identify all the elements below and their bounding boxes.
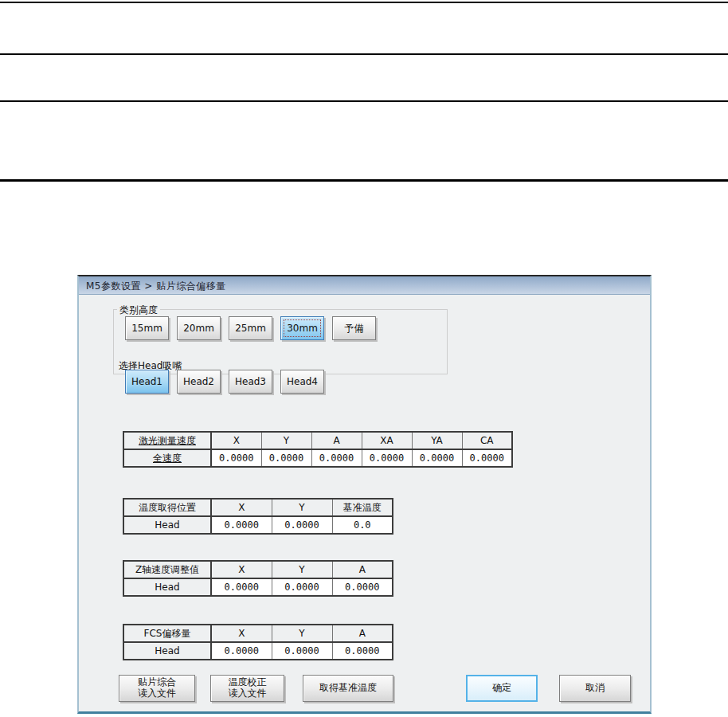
value-cell[interactable]: 0.0000: [332, 642, 393, 660]
column-header: 基准温度: [332, 499, 393, 516]
table-fcs-offset: FCS偏移量 X Y A Head 0.0000 0.0000 0.0000: [123, 624, 393, 660]
cancel-button[interactable]: 取消: [559, 675, 631, 702]
column-header: YA: [412, 432, 462, 449]
value-cell[interactable]: 0.0000: [272, 578, 332, 596]
column-header: X: [211, 432, 261, 449]
ok-button[interactable]: 确定: [466, 675, 538, 702]
value-cell[interactable]: 0.0000: [261, 449, 311, 467]
dialog-titlebar: M5参数设置 > 贴片综合偏移量: [79, 276, 650, 295]
column-header: Y: [272, 625, 332, 642]
value-cell[interactable]: 0.0000: [462, 449, 512, 467]
row-label-cell: Head: [123, 642, 211, 660]
column-header: XA: [362, 432, 412, 449]
dialog-title: M5参数设置 > 贴片综合偏移量: [86, 280, 226, 293]
table-zaxis-speed-adjust: Z轴速度调整值 X Y A Head 0.0000 0.0000 0.0000: [123, 560, 393, 597]
table-title-cell: Z轴速度调整值: [123, 561, 211, 578]
row-label-cell: Head: [123, 578, 211, 596]
column-header: Y: [261, 432, 311, 449]
table-header-row: FCS偏移量 X Y A: [123, 625, 393, 642]
table-header-row: 激光测量速度 X Y A XA YA CA: [123, 432, 512, 449]
value-cell[interactable]: 0.0000: [311, 449, 362, 467]
table-row: Head 0.0000 0.0000 0.0: [123, 516, 393, 534]
value-cell[interactable]: 0.0000: [211, 516, 272, 534]
table-header-row: Z轴速度调整值 X Y A: [123, 561, 393, 578]
table-title-cell: FCS偏移量: [123, 625, 211, 642]
value-cell[interactable]: 0.0000: [211, 578, 272, 596]
load-temp-correction-file-button[interactable]: 温度校正 读入文件: [210, 675, 284, 702]
head-button-4[interactable]: Head4: [280, 370, 324, 394]
table-laser-measure-speed: 激光测量速度 X Y A XA YA CA 全速度 0.0000 0.0000 …: [123, 431, 513, 468]
table-title-cell: 激光测量速度: [123, 432, 211, 449]
column-header: Y: [272, 561, 332, 578]
horizontal-rule: [0, 179, 728, 182]
table-title-cell: 温度取得位置: [123, 499, 211, 516]
value-cell[interactable]: 0.0000: [332, 578, 393, 596]
document-page: M5参数设置 > 贴片综合偏移量 类别高度 15mm 20mm 25mm 30m…: [0, 0, 728, 717]
load-placement-file-button[interactable]: 贴片综合 读入文件: [119, 675, 195, 702]
value-cell[interactable]: 0.0000: [272, 516, 332, 534]
table-temp-position: 温度取得位置 X Y 基准温度 Head 0.0000 0.0000 0.0: [123, 498, 393, 535]
horizontal-rule: [0, 53, 728, 55]
column-header: CA: [462, 432, 512, 449]
head-button-2[interactable]: Head2: [177, 370, 221, 394]
group-height-label: 类别高度: [117, 304, 160, 317]
head-button-3[interactable]: Head3: [229, 370, 272, 394]
value-cell[interactable]: 0.0000: [211, 449, 261, 467]
value-cell[interactable]: 0.0: [332, 516, 393, 534]
value-cell[interactable]: 0.0000: [362, 449, 412, 467]
height-button-15mm[interactable]: 15mm: [125, 316, 169, 340]
column-header: X: [211, 561, 272, 578]
column-header: X: [211, 625, 272, 642]
table-row: Head 0.0000 0.0000 0.0000: [123, 578, 393, 596]
row-label-cell: Head: [123, 516, 211, 534]
head-button-1-selected[interactable]: Head1: [125, 370, 169, 394]
height-button-spare[interactable]: 予備: [332, 316, 376, 340]
table-row: Head 0.0000 0.0000 0.0000: [123, 642, 393, 660]
table-header-row: 温度取得位置 X Y 基准温度: [123, 499, 393, 516]
row-label-cell: 全速度: [123, 449, 211, 467]
value-cell[interactable]: 0.0000: [412, 449, 462, 467]
get-base-temperature-button[interactable]: 取得基准温度: [303, 675, 393, 702]
height-button-30mm-selected[interactable]: 30mm: [280, 316, 324, 340]
height-button-20mm[interactable]: 20mm: [177, 316, 221, 340]
column-header: A: [332, 625, 393, 642]
dialog-body: 类别高度 15mm 20mm 25mm 30mm 予備 选择Head吸嘴 Hea…: [79, 295, 650, 711]
table-row: 全速度 0.0000 0.0000 0.0000 0.0000 0.0000 0…: [123, 449, 512, 467]
column-header: X: [211, 499, 272, 516]
height-button-25mm[interactable]: 25mm: [229, 316, 272, 340]
column-header: A: [332, 561, 393, 578]
dialog-m5-parameter-settings: M5参数设置 > 贴片综合偏移量 类别高度 15mm 20mm 25mm 30m…: [77, 275, 652, 714]
value-cell[interactable]: 0.0000: [272, 642, 332, 660]
horizontal-rule: [0, 100, 728, 102]
horizontal-rule: [0, 2, 728, 3]
column-header: A: [311, 432, 362, 449]
column-header: Y: [272, 499, 332, 516]
value-cell[interactable]: 0.0000: [211, 642, 272, 660]
